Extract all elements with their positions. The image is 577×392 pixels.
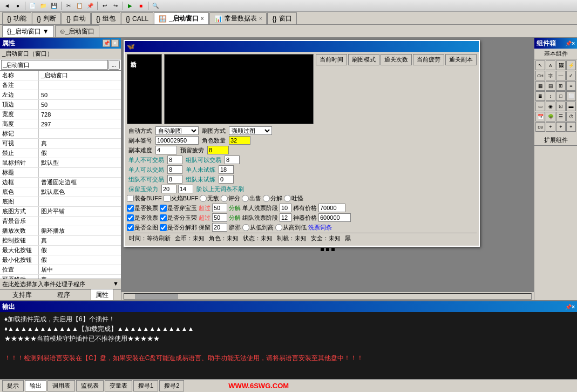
trade2-v1[interactable]	[167, 165, 182, 174]
check-split-gem[interactable]: 是否分玉荣	[160, 214, 197, 222]
cut-icon[interactable]: ✂	[64, 1, 73, 11]
trade1-v1[interactable]	[167, 156, 182, 164]
comp-check[interactable]: ✓	[566, 71, 576, 80]
radio-vomit[interactable]: 吐怪	[284, 194, 303, 202]
comp-label[interactable]: A	[546, 60, 555, 70]
decompose-single-num[interactable]	[212, 204, 227, 212]
footer-btn-hint[interactable]: 提示	[2, 380, 24, 391]
comp-tab[interactable]: ⬜	[566, 91, 576, 101]
comp-date[interactable]: 📅	[535, 112, 545, 121]
comp-menu[interactable]: ☰	[556, 112, 566, 121]
wash-ticket-link[interactable]: 洗票词条	[308, 224, 332, 232]
comp-frame[interactable]: □	[556, 91, 566, 101]
comp-flash[interactable]: ⚡	[566, 60, 576, 70]
trade2-v2[interactable]	[219, 165, 234, 174]
components-pin[interactable]: 📌	[565, 40, 572, 46]
decompose-team-num[interactable]	[212, 213, 227, 222]
btn-map-mode[interactable]: 刷图模式	[348, 54, 379, 65]
designer-area[interactable]: 🦋 初始激活	[121, 38, 534, 292]
btn-fatigue[interactable]: 当前疲劳	[413, 54, 444, 65]
price-single-input[interactable]	[318, 204, 345, 212]
comp-scroll[interactable]: ↕	[546, 91, 555, 101]
footer-btn-calltable[interactable]: 调用表	[47, 380, 75, 391]
footer-tab-program[interactable]: 程序	[52, 289, 75, 300]
footer-tab-properties[interactable]: 属性	[91, 289, 113, 300]
copy-icon[interactable]: 📋	[74, 1, 84, 11]
check-wash-ticket[interactable]: 是否洗票	[127, 214, 158, 222]
radio-sort-asc[interactable]: 从低到高	[242, 224, 274, 232]
radio-score[interactable]: 评分	[221, 194, 240, 202]
comp-line[interactable]: —	[556, 71, 566, 80]
tab-constants-close[interactable]: ×	[259, 16, 262, 22]
close-panel-button[interactable]: ×	[111, 39, 119, 47]
stop-icon[interactable]: ■	[136, 1, 146, 11]
handle-tl[interactable]	[321, 248, 324, 251]
comp-picture[interactable]: 🖼	[556, 60, 566, 70]
role-count-input[interactable]	[229, 136, 250, 145]
radio-vomit-input[interactable]	[284, 195, 291, 202]
footer-btn-variables[interactable]: 变量表	[105, 380, 132, 391]
name-input[interactable]	[1, 60, 108, 70]
comp-timer[interactable]: ⏱	[566, 112, 576, 121]
comp-db[interactable]: DB	[535, 122, 545, 132]
equip-buff-check[interactable]: 装备BUFF	[127, 194, 162, 202]
tab-window[interactable]: {} 窗口	[267, 12, 296, 24]
fatigue-input[interactable]	[207, 146, 229, 154]
save-icon[interactable]: 💾	[49, 1, 59, 11]
radio-decompose-input[interactable]	[263, 195, 270, 202]
new-icon[interactable]: 📄	[28, 1, 37, 11]
price-team-input[interactable]	[318, 213, 351, 222]
name-browse-button[interactable]: ...	[108, 60, 120, 70]
redo-icon[interactable]: ↪	[111, 1, 120, 11]
tab-startup-close[interactable]: ×	[201, 16, 204, 22]
comp-button[interactable]: ▭	[535, 102, 545, 111]
check-swap-ticket[interactable]: 是否换票	[127, 204, 158, 212]
fire-buff-check[interactable]: 火焰BUFF	[164, 194, 199, 202]
comp-slider[interactable]: ⊡	[556, 102, 566, 111]
radio-invincible[interactable]: 无敌	[200, 194, 219, 202]
trade3-v1[interactable]	[167, 175, 182, 184]
comp-extra1[interactable]: +	[546, 122, 555, 132]
comp-text[interactable]: 字	[546, 71, 555, 80]
tab-auto[interactable]: {} 自动	[62, 12, 91, 24]
comp-list[interactable]: ≣	[535, 91, 545, 101]
tab-call[interactable]: {} CALL	[121, 12, 153, 24]
comp-bar[interactable]: ≡	[566, 81, 576, 91]
radio-invincible-input[interactable]	[200, 195, 207, 202]
comp-extra2[interactable]: +	[556, 122, 566, 132]
comp-table[interactable]: ▦	[535, 81, 545, 91]
check-decompose-evil[interactable]: 是否分解邪	[160, 224, 197, 232]
footer-btn-search2[interactable]: 搜寻2	[159, 380, 184, 391]
radio-sell-input[interactable]	[242, 195, 249, 202]
footer-btn-watch[interactable]: 监视表	[76, 380, 104, 391]
comp-ch[interactable]: CH	[535, 71, 545, 80]
btn-pass-copy[interactable]: 通关副本	[445, 54, 477, 65]
equip-buff-checkbox[interactable]	[127, 195, 134, 202]
comp-radio[interactable]: ◉	[546, 102, 555, 111]
reserve-v2[interactable]	[178, 185, 193, 193]
map-mode-select[interactable]: 强顺过图	[229, 126, 272, 135]
tab-judge[interactable]: {} 判断	[32, 12, 61, 24]
fire-buff-checkbox[interactable]	[164, 195, 171, 202]
pin-button[interactable]: 📌	[103, 39, 110, 47]
undo-icon[interactable]: ↩	[100, 1, 110, 11]
trade1-v2[interactable]	[225, 156, 240, 164]
comp-combo[interactable]: ⊞	[556, 81, 566, 91]
run-icon[interactable]: ▶	[125, 1, 135, 11]
components-close[interactable]: ×	[572, 40, 575, 46]
find-icon[interactable]: 🔍	[151, 1, 160, 11]
footer-tab-support[interactable]: 支持库	[8, 289, 37, 300]
check-wear-gem[interactable]: 是否穿宝玉	[160, 204, 197, 212]
tab-grouppack[interactable]: {} 组包	[91, 12, 120, 24]
tab-constants[interactable]: 📊 常量数据表 ×	[209, 12, 267, 24]
tab-startup[interactable]: 🪟 _启动窗口 ×	[154, 12, 209, 24]
decompose-team-v[interactable]	[280, 213, 291, 222]
footer-btn-search1[interactable]: 搜寻1	[133, 380, 158, 391]
radio-decompose[interactable]: 分解	[263, 194, 282, 202]
radio-score-input[interactable]	[221, 195, 228, 202]
btn-pass-count[interactable]: 通关次数	[381, 54, 412, 65]
back-icon[interactable]: ◄	[2, 1, 12, 11]
h-scrollbar[interactable]	[121, 292, 534, 300]
forward-icon[interactable]: ●	[13, 1, 23, 11]
check-fullmap[interactable]: 是否全图	[127, 224, 158, 232]
